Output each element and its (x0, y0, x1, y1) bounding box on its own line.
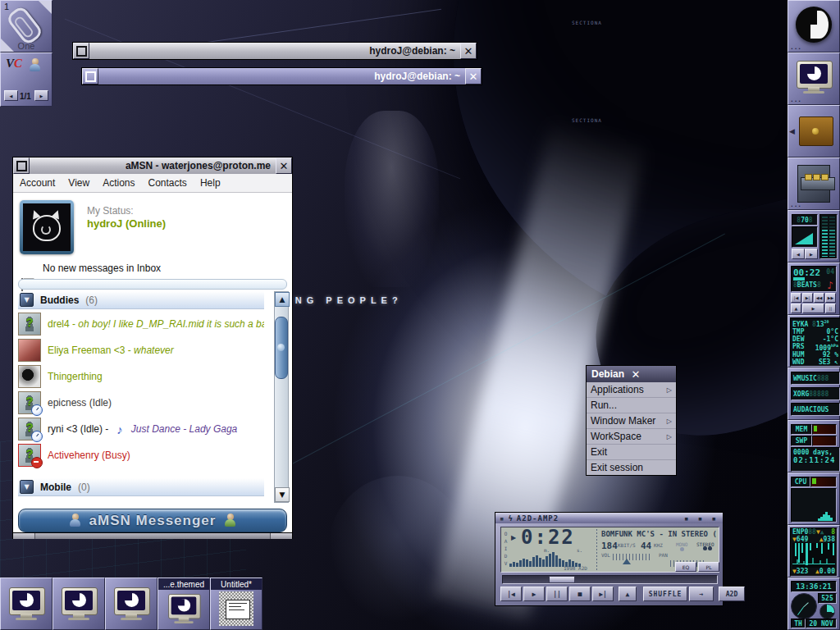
menu-account[interactable]: Account (13, 177, 62, 189)
group-collapse-button[interactable]: ▼ (20, 293, 34, 307)
track-title[interactable]: BOMFUNK MC'S - IN STEREO (+6 B (601, 530, 716, 538)
seek-thumb[interactable] (549, 576, 575, 583)
rew-button[interactable]: |◀ (791, 293, 801, 303)
clutterbar[interactable]: OAIDV (503, 531, 509, 568)
menu-item-exit-session[interactable]: Exit session (587, 460, 676, 475)
terminal-window-1-titlebar[interactable]: hydroJ@debian: ~ ✕ (73, 43, 477, 59)
dock-music-player[interactable]: 00:22 04 8BEATS8 ♪ |◀ ▶| ◀◀ ▶▶ ▲ ▶ || (788, 262, 840, 315)
close-button[interactable]: ✕ (465, 68, 482, 84)
buddy-row[interactable]: Thingerthing (18, 364, 264, 389)
play-button[interactable]: ▶ (802, 304, 824, 313)
menu-item-applications[interactable]: Applications▷ (587, 382, 676, 398)
dock-pager[interactable]: VC ◀ 1/1 ▶ (0, 52, 52, 107)
brand-button[interactable]: A2D (719, 587, 745, 601)
mixer-right-button[interactable]: ▶ (805, 249, 818, 259)
dock-tile-drawer[interactable]: ◀ (788, 105, 840, 158)
cpu-bar (810, 477, 837, 487)
pause-button[interactable]: || (546, 587, 568, 601)
clip-corner-handle[interactable] (39, 1, 52, 14)
play-button[interactable]: ▶ (523, 587, 545, 601)
shuffle-button[interactable]: SHUFFLE (643, 587, 687, 601)
volume-slider[interactable] (613, 554, 652, 560)
miniwindow-terminal-1[interactable] (0, 578, 52, 630)
iconify-button[interactable] (13, 158, 30, 174)
dock-tile-terminal[interactable]: ... (788, 52, 840, 105)
prev-button[interactable]: |◀ (500, 587, 522, 601)
pause-button[interactable]: || (825, 304, 836, 313)
mixer-left-button[interactable]: ◀ (792, 249, 805, 259)
buddy-row[interactable]: Eliya Freeman <3 - whatever (18, 338, 264, 363)
debian-menu-titlebar[interactable]: Debian ✕ (587, 366, 676, 382)
eject-button[interactable]: ▲ (791, 304, 801, 313)
menu-view[interactable]: View (62, 177, 96, 189)
window-title: hydroJ@debian: ~ (98, 68, 465, 84)
pager-prev-button[interactable]: ◀ (4, 90, 18, 101)
buddy-row[interactable]: ? drel4 - oh boy! I like D_MP_RAI.mid it… (18, 312, 264, 336)
scroll-up-button[interactable]: ▲ (275, 292, 290, 307)
window-list-item[interactable]: AUDACIOUS (791, 403, 840, 416)
eject-button[interactable]: ▲ (619, 587, 637, 601)
status-value[interactable]: hydroJ (Online) (87, 217, 166, 230)
window-list-item[interactable]: XORG88888 (791, 387, 840, 400)
window-list-item[interactable]: WMUSIC888 (791, 372, 840, 385)
player-titlebar[interactable]: ▪ ϟ A2D-AMP2 ▪ ▪ ▪ (495, 513, 723, 523)
dock-cpu-monitor[interactable]: CPU (788, 472, 840, 525)
dock-net-monitor[interactable]: ENP088▼▲8 ▼649 ▲938 (788, 525, 840, 578)
terminal-window-2-titlebar[interactable]: hydroJ@debian: ~ ✕ (82, 68, 482, 84)
miniwindow-terminal-3[interactable] (105, 578, 158, 630)
volume-thumb[interactable] (623, 559, 631, 564)
dock-weather[interactable]: EYKA 81320 TMP0°C DEW-1°C PRS1009hPa HUM… (788, 315, 840, 368)
scroll-thumb[interactable] (275, 317, 288, 379)
miniwindow-terminal-2[interactable] (52, 578, 105, 630)
dock-tile-wmaker[interactable]: ... (788, 0, 840, 52)
dock-hide-arrow-icon[interactable]: ◀ (789, 127, 795, 135)
time-display[interactable]: 0:22 (521, 526, 575, 549)
volume-value: 70 (801, 217, 809, 224)
menu-actions[interactable]: Actions (96, 177, 141, 189)
next-button[interactable]: ▶| (592, 587, 614, 601)
iconify-button[interactable] (73, 43, 89, 59)
buddy-row[interactable]: ? ryni <3 (Idle) - ♪ Just Dance - Lady G… (18, 417, 264, 441)
pl-button[interactable]: PL (698, 562, 719, 572)
miniwindow-themed[interactable]: ...e.themed (158, 578, 210, 630)
prev-button[interactable]: ◀◀ (814, 293, 824, 303)
next-button[interactable]: ▶▶ (825, 293, 836, 303)
miniwindow-untitled[interactable]: Untitled* (210, 578, 262, 630)
close-button[interactable]: ✕ (276, 158, 292, 174)
repeat-button[interactable]: → (689, 587, 714, 601)
resize-bar[interactable] (13, 532, 292, 539)
workspace-clip[interactable]: 1 One (0, 0, 52, 52)
group-collapse-button[interactable]: ▼ (20, 480, 34, 494)
dock-clock[interactable]: 13:36:21 525 TH 20 NOV (788, 578, 840, 630)
menu-item-exit[interactable]: Exit (587, 445, 676, 460)
scrollbar-track[interactable]: ▲ ▼ (274, 291, 289, 503)
group-header-buddies[interactable]: ▼ Buddies (6) (18, 291, 264, 309)
close-button[interactable]: ✕ (460, 43, 477, 59)
menu-help[interactable]: Help (194, 177, 227, 189)
scroll-down-button[interactable]: ▼ (275, 487, 290, 502)
buddy-row[interactable]: ? epicness (Idle) (18, 390, 264, 415)
dock-memload[interactable]: MEM SWP 0000 days, 02:11:24 (788, 420, 840, 472)
buddy-row[interactable]: ? Activehenry (Busy) (18, 443, 264, 468)
iconify-button[interactable] (82, 68, 98, 84)
group-header-mobile[interactable]: ▼ Mobile (0) (18, 478, 264, 496)
titlebar-buttons[interactable]: ▪ ▪ ▪ (684, 514, 719, 523)
seek-slider[interactable] (502, 575, 718, 584)
volume-wedge[interactable] (792, 226, 818, 248)
messenger-banner[interactable]: aMSN Messenger (18, 509, 287, 532)
my-avatar-frame[interactable] (20, 200, 74, 254)
stop-button[interactable]: ■ (569, 587, 591, 601)
dock-tile-filemanager[interactable]: ... (788, 158, 840, 210)
close-icon[interactable]: ✕ (632, 369, 672, 380)
dock-mixer[interactable]: 8708 ◀ ▶ (788, 210, 840, 262)
eq-button[interactable]: EQ (675, 562, 696, 572)
menu-item-workspace[interactable]: WorkSpace▷ (587, 429, 676, 445)
amsn-titlebar[interactable]: aMSN - waterjones@proton.me ✕ (13, 158, 292, 174)
menu-contacts[interactable]: Contacts (142, 177, 194, 189)
menu-item-run[interactable]: Run... (587, 398, 676, 413)
inbox-text[interactable]: No new messages in Inbox (43, 262, 161, 274)
dock-window-list[interactable]: WMUSIC888 XORG88888 AUDACIOUS (788, 368, 840, 420)
fwd-button[interactable]: ▶| (802, 293, 813, 303)
menu-item-window-maker[interactable]: Window Maker▷ (587, 413, 676, 429)
pager-next-button[interactable]: ▶ (34, 90, 48, 101)
